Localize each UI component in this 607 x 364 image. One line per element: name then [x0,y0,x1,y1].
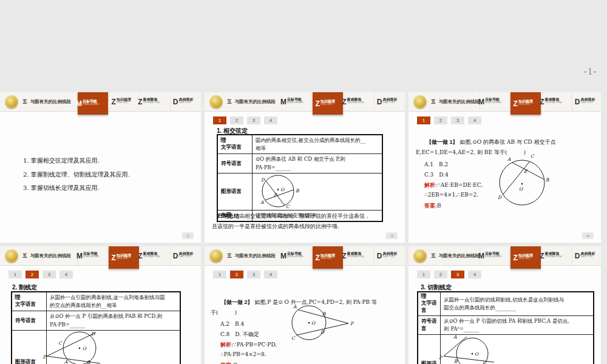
row-label: 符号语言 [418,315,441,334]
tab-mubiaodaohang[interactable]: M目标导航MUBIAODAOHANG [282,246,313,265]
tab-zhongnanjujiao[interactable]: Z重难聚焦ZHONGNAN JUJIAO [541,246,572,265]
tab-zhishishuli[interactable]: Z知识梳理ZHISHI SHULI [313,92,343,115]
tab-mubiaodaohang[interactable]: M目标导航MUBIAODAOHANG [78,92,108,115]
tab-mubiaodaohang[interactable]: M目标导航MUBIAODAOHANG [282,92,313,111]
tab-dianlitouxi[interactable]: D典例透析DIANLI TOUXI [170,92,201,111]
slide-exercise-2: 五与圆有关的比例线段 M目标导航MUBIAODAOHANG Z知识梳理ZHISH… [205,246,405,364]
center-dot [521,183,523,185]
row-label: 理文字语言 [217,135,253,154]
row-label: 理文字语言 [12,292,47,311]
tab-zhishishuli[interactable]: Z知识梳理ZHISHI SHULI [510,246,541,269]
unit-title: 五与圆有关的比例线段 [227,253,276,259]
summary-paragraph: 归纳总结由相交弦定理可得推论：垂直于弦的直径平分这条弦， 且该弦的一半是直径被弦… [212,211,399,231]
center-dot [472,353,473,355]
handout-page: -1- 五与圆有关的比例线段 M目标导航MUBIAODAOHANG Z知识梳理Z… [0,0,607,364]
tab-zhongnanjujiao[interactable]: Z重难聚焦ZHONGNAN JUJIAO [343,92,374,111]
analysis-line: ∴2EB=4×1,∴EB=2. [424,192,478,198]
tab-zhishishuli[interactable]: Z知识梳理ZHISHI SHULI [313,246,343,269]
slide-pager: 1 2 3 4 [417,116,481,124]
point-label-o: O [519,186,523,192]
title-overflow-char: 理 [15,294,43,300]
problem-tag: 【做一做 2】 [221,299,253,305]
slide-secant-theorem: 五与圆有关的比例线段 M目标导航MUBIAODAOHANG Z知识梳理ZHISH… [0,246,201,364]
pager-page-3[interactable]: 3 [451,271,464,278]
point-label-d: D [91,331,95,337]
pager-page-3[interactable]: 3 [42,271,56,278]
point-label-c: C [531,153,535,159]
seal-logo-icon [413,95,427,109]
tab-zhongnanjujiao[interactable]: Z重难聚焦ZHONGNAN JUJIAO [139,92,170,111]
point-label-c: C [291,335,296,341]
tab-zhishishuli[interactable]: Z知识梳理ZHISHI SHULI [109,246,139,269]
title-overflow-char: 理 [220,137,249,143]
theorem-table: 理文字语言 圆内的两条相交弦,被交点分成的两条线段长的__ 相等 符号语言 ⊙O… [217,134,383,222]
tab-mubiaodaohang[interactable]: M目标导航MUBIAODAOHANG [78,246,109,265]
row-content-diagram: D B A C P O [253,173,383,210]
tab-zhongnanjujiao[interactable]: Z重难聚焦ZHONGNAN JUJIAO [541,92,572,111]
point-label-p: P [350,321,354,326]
pager-page-1[interactable]: 1 [213,271,226,278]
circle [500,160,544,205]
pager-page-2[interactable]: 2 [434,271,447,278]
section-tabs: M目标导航MUBIAODAOHANG Z知识梳理ZHISHI SHULI Z重难… [480,92,601,111]
tab-mubiaodaohang[interactable]: M目标导航MUBIAODAOHANG [480,246,510,265]
answer-line: 答案:C [220,362,237,364]
point-label-d: D [261,177,265,183]
pager-page-2[interactable]: 2 [25,271,39,278]
point-label-c: C [58,340,63,346]
tab-zhishishuli[interactable]: Z知识梳理ZHISHI SHULI [510,92,541,115]
tab-dianlitouxi[interactable]: D典例透析DIANLI TOUXI [374,92,405,111]
row-content: 从⊙O 外一点 P 引圆的切线 PA 和割线 PBC,A 是切点, 则 PA²=… [441,315,594,334]
point-label-p: P [439,355,443,360]
table-row: 符号语言 从⊙O 外一点 P 引圆的切线 PA 和割线 PBC,A 是切点, 则… [418,315,594,334]
slide-intersecting-chords-theorem: 五与圆有关的比例线段 M目标导航MUBIAODAOHANG Z知识梳理ZHISH… [205,92,405,243]
slide-pager: 1 2 3 4 [213,271,277,278]
tab-zhongnanjujiao[interactable]: Z重难聚焦ZHONGNAN JUJIAO [139,246,170,265]
pager-page-4[interactable]: 4 [59,271,73,278]
pager-page-1[interactable]: 1 [417,271,430,278]
point-label-b: B [296,188,299,194]
pager-page-1[interactable]: 1 [417,116,430,124]
analysis-label: 解析 [424,182,435,188]
answer-line: 答案:B [424,202,441,210]
pager-page-4[interactable]: 4 [264,116,277,124]
pager-page-1[interactable]: 1 [213,116,226,124]
pager-page-3[interactable]: 3 [247,116,260,124]
pager-page-3[interactable]: 3 [451,116,464,124]
pager-page-2[interactable]: 2 [230,116,243,124]
analysis-line: ∴PA·PB=4×2=8. [220,351,266,357]
point-label-o: O [311,320,316,326]
circle-diagram-two-secants: P C D A B O [42,331,149,364]
section-tabs: M目标导航MUBIAODAOHANG Z知识梳理ZHISHI SHULI Z重难… [282,92,405,111]
pager-page-1[interactable]: 1 [8,271,22,278]
slide-header: 五与圆有关的比例线段 M目标导航MUBIAODAOHANG Z知识梳理ZHISH… [409,246,601,266]
pager-page-4[interactable]: 4 [264,271,277,278]
point-label-a: A [293,304,297,309]
pager-page-2[interactable]: 2 [230,271,243,278]
pager-page-4[interactable]: 4 [468,271,481,278]
secant-pbc [444,356,494,362]
tab-dianlitouxi[interactable]: D典例透析DIANLI TOUXI [572,246,601,265]
pager-page-4[interactable]: 4 [468,116,481,124]
slide-tangent-secant-theorem: 五与圆有关的比例线段 M目标导航MUBIAODAOHANG Z知识梳理ZHISH… [409,246,601,364]
table-row: 理文字语言 从圆外一点引圆的切线和割线,切线长是这点到割线与 圆交点的两条线段长… [418,292,594,315]
options-row: A.1 B.2 [424,161,448,169]
options-row: C.3 D.4 [424,171,449,179]
tab-dianlitouxi[interactable]: D典例透析DIANLI TOUXI [572,92,601,111]
tab-mubiaodaohang[interactable]: M目标导航MUBIAODAOHANG [480,92,510,111]
row-label: 符号语言 [217,154,253,173]
tab-zhongnanjujiao[interactable]: Z重难聚焦ZHONGNAN JUJIAO [343,246,374,265]
options-row: A.2 B.4 [220,320,244,328]
slide-pager: 1 2 3 4 [8,271,73,278]
pager-page-2[interactable]: 2 [434,116,447,124]
tab-zhishishuli[interactable]: Z知识梳理ZHISHI SHULI [108,92,139,111]
tab-dianlitouxi[interactable]: D典例透析DIANLI TOUXI [374,246,405,265]
seal-logo-icon [5,249,18,263]
analysis-line: 解析:∵AE·EB=DE·EC, [424,181,483,189]
slide-page-badge: -2- [182,232,194,239]
pager-page-3[interactable]: 3 [247,271,260,278]
tab-dianlitouxi[interactable]: D典例透析DIANLI TOUXI [170,246,201,265]
section-tabs: M目标导航MUBIAODAOHANG Z知识梳理ZHISHI SHULI Z重难… [480,246,601,265]
point-label-b: B [546,177,549,183]
point-label-b: B [87,360,90,364]
